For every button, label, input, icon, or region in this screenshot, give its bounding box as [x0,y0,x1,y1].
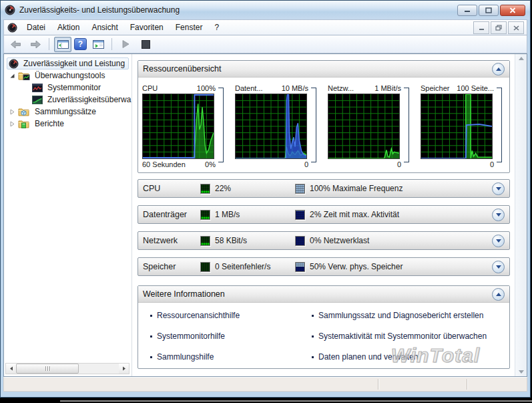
scroll-up-arrow[interactable] [519,57,524,60]
resource-overview-panel: Ressourcenübersicht CPU100% 60 Sekunden0… [132,54,515,376]
menu-aktion[interactable]: Aktion [52,21,85,33]
scrollbar-thumb[interactable] [16,364,79,374]
collapse-arrow-icon[interactable] [9,73,15,79]
minimize-button[interactable] [457,5,477,16]
disk-chart-plot [235,94,307,159]
reliability-monitor-icon [32,96,43,104]
more-information-header[interactable]: Weitere Informationen [138,286,509,303]
chart-zero-label: 0 [490,160,494,168]
chart-title: Speicher [421,84,449,92]
collapse-button[interactable] [492,288,505,301]
status-separator [378,379,378,390]
disk-activity-gauge-icon [295,210,305,220]
title-bar: Zuverlässigkeits- und Leistungsüberwachu… [1,1,530,19]
network-chart-plot [328,94,400,159]
help-button[interactable]: ? [74,38,87,50]
menu-favoriten[interactable]: Favoriten [125,21,169,33]
section-title: Weitere Informationen [143,289,225,299]
bullet-icon [150,335,152,338]
tree-horizontal-scrollbar[interactable] [5,363,129,374]
meter-right-value: 0% Netzwerklast [310,236,369,245]
tree-root-label: Zuverlässigkeit und Leistung [21,58,127,69]
mdi-close-button[interactable] [508,21,524,34]
expand-arrow-icon[interactable] [9,121,15,127]
chart-scale: 1 MBit/s [374,84,401,92]
expand-button[interactable] [492,209,505,221]
expand-button[interactable] [492,235,505,247]
toolbar-separator [49,38,49,50]
link-systemaktivitaet-ueberwachen[interactable]: Systemaktivität mit Systemmonitor überwa… [312,331,505,341]
collapse-button[interactable] [492,63,505,76]
scroll-down-arrow[interactable] [519,370,524,374]
reports-folder-icon [18,119,30,128]
chart-zero-label: 0 [397,160,401,168]
app-icon [5,5,15,15]
desktop-sliver [60,400,532,402]
link-systemmonitorhilfe[interactable]: Systemmonitorhilfe [150,331,312,341]
play-button[interactable] [117,37,134,52]
console-icon [7,23,17,33]
meter-row-cpu[interactable]: CPU 22% 100% Maximale Frequenz [138,179,510,198]
chart-scale-bracket [311,88,316,162]
tree-item-label: Überwachungstools [33,70,107,81]
chart-scale: 100 Seite... [457,84,494,92]
bullet-icon [312,356,314,358]
link-sammlungshilfe[interactable]: Sammlungshilfe [150,352,312,362]
data-collector-folder-icon [18,107,30,116]
back-button[interactable] [7,37,24,52]
meter-left-value: 22% [215,184,295,193]
network-load-gauge-icon [295,236,305,246]
system-monitor-icon [32,84,43,92]
close-button[interactable] [500,5,525,16]
meter-left-value: 0 Seitenfehler/s [215,262,295,271]
chart-zero-label: 0% [205,160,216,168]
section-title: Ressourcenübersicht [143,64,221,74]
network-chart: Netzw...1 MBit/s 0 [328,84,409,168]
meter-row-netzwerk[interactable]: Netzwerk 58 KBit/s 0% Netzwerklast [138,231,510,250]
meter-right-value: 100% Maximale Frequenz [310,184,403,193]
meter-name: Speicher [143,262,200,271]
chart-scale: 100% [197,84,216,92]
link-ressourcenansichthilfe[interactable]: Ressourcenansichthilfe [150,311,312,320]
scroll-right-arrow[interactable] [119,364,129,374]
expand-button[interactable] [492,182,505,195]
menu-bar: Datei Aktion Ansicht Favoriten Fenster ? [3,19,527,35]
menu-ansicht[interactable]: Ansicht [86,21,123,33]
forward-button[interactable] [27,37,44,52]
disk-chart: Datent...10 MB/s 0 [235,84,316,168]
scroll-left-arrow[interactable] [6,364,16,374]
mdi-minimize-button[interactable] [473,21,489,34]
show-console-tree-button[interactable] [54,37,71,52]
tree-item-label: Systemmonitor [45,82,103,93]
chart-scale-bracket [218,88,224,162]
tree-item-ueberwachungstools[interactable]: Überwachungstools [4,70,131,82]
bullet-icon [312,315,314,317]
tree-item-berichte[interactable]: Berichte [4,118,131,130]
tree-item-systemmonitor[interactable]: Systemmonitor [4,82,131,94]
menu-hilfe[interactable]: ? [209,21,224,33]
window-title: Zuverlässigkeits- und Leistungsüberwachu… [19,5,180,15]
chart-scale: 10 MB/s [282,84,308,92]
tree-item-sammlungssaetze[interactable]: Sammlungssätze [4,106,131,118]
bullet-icon [150,356,152,358]
meter-left-value: 1 MB/s [215,210,295,219]
resource-overview-header[interactable]: Ressourcenübersicht [138,61,509,78]
meter-row-datentraeger[interactable]: Datenträger 1 MB/s 2% Zeit mit max. Akti… [138,205,510,224]
status-bar [3,377,527,392]
bullet-icon [312,335,314,338]
link-sammlungssatz-erstellen[interactable]: Sammlungssatz und Diagnosebericht erstel… [312,311,505,320]
menu-datei[interactable]: Datei [21,21,51,33]
meter-name: CPU [143,184,200,193]
menu-fenster[interactable]: Fenster [170,21,208,33]
meter-row-speicher[interactable]: Speicher 0 Seitenfehler/s 50% Verw. phys… [138,257,510,276]
expand-arrow-icon[interactable] [9,109,15,115]
new-window-button[interactable] [89,37,107,52]
stop-button[interactable] [137,37,154,52]
tree-item-zuverlaessigkeitsueberwachung[interactable]: Zuverlässigkeitsüberwa [4,94,131,106]
expand-button[interactable] [492,261,505,273]
mdi-restore-button[interactable] [491,21,507,34]
disk-io-gauge-icon [200,210,210,220]
tree-root-item[interactable]: Zuverlässigkeit und Leistung [4,57,131,70]
vertical-scrollbar[interactable] [515,54,527,376]
maximize-button[interactable] [479,5,499,16]
